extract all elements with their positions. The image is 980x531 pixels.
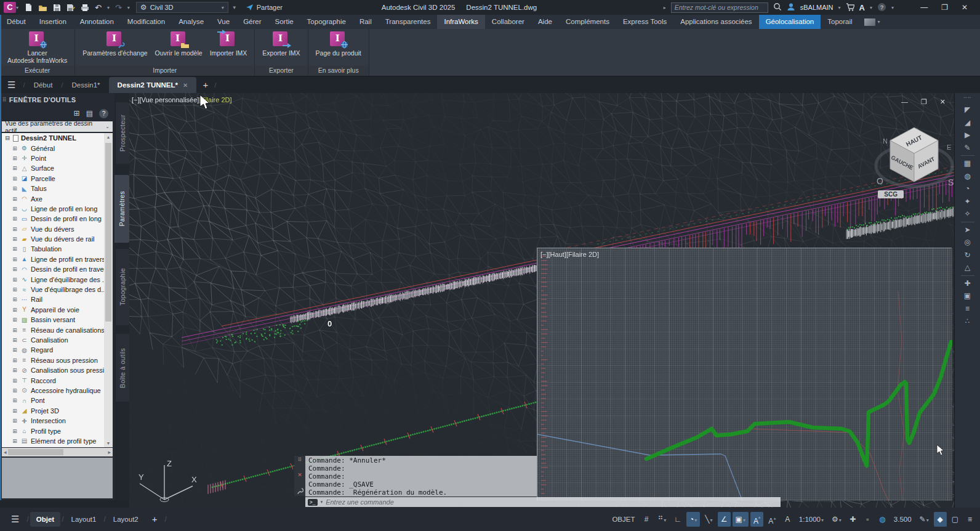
tree-item-ligne-d-quilibrage-des[interactable]: ⊞∿Ligne d'équilibrage des ... — [2, 274, 113, 284]
expand-icon[interactable]: ⊞ — [12, 165, 18, 171]
redo-icon[interactable]: ↷ — [115, 3, 122, 12]
palette-tab-param-tres[interactable]: Paramètres — [114, 175, 129, 243]
import-imx-button[interactable]: IImporter IMX — [207, 31, 250, 66]
command-prompt-icon[interactable]: >_ — [308, 499, 318, 506]
exchange-settings-button[interactable]: IParamètres d'échange — [80, 31, 150, 66]
tab-close-icon[interactable]: ✕ — [183, 82, 188, 89]
polar-tracking-icon[interactable]: ◔▾ — [686, 512, 700, 527]
expand-icon[interactable]: ⊞ — [12, 347, 18, 353]
tree-item-parcelle[interactable]: ⊞◪Parcelle — [2, 174, 113, 184]
drawing-tab-dessin2-tunnel[interactable]: Dessin2 TUNNEL*✕ — [109, 77, 197, 93]
new-layout-button[interactable]: + — [146, 512, 164, 527]
expand-icon[interactable]: ⊞ — [12, 155, 18, 161]
palette-tab-topographie[interactable]: Topographie — [116, 249, 129, 325]
dropdown-chevron-icon[interactable]: ▾ — [743, 517, 745, 523]
drawing-menu-icon[interactable]: ☰ — [0, 77, 23, 93]
side-toolbar-button[interactable]: ✧ — [960, 208, 975, 221]
side-toolbar-grip-icon[interactable]: ⠒⠒ — [963, 95, 971, 101]
app-logo[interactable]: C — [4, 2, 16, 13]
layout-tab-objet[interactable]: Objet — [30, 512, 60, 527]
dropdown-chevron-icon[interactable]: ▾ — [664, 517, 666, 523]
tree-item-dessin-de-profil-en-travers[interactable]: ⊞◠Dessin de profil en travers — [2, 264, 113, 274]
ribbon-tab-compl-ments[interactable]: Compléments — [559, 15, 616, 29]
viewcube-compass-e[interactable]: E — [947, 144, 951, 151]
tree-item-rail[interactable]: ⊞⋯Rail — [2, 294, 113, 304]
expand-icon[interactable]: ⊞ — [12, 256, 18, 262]
tree-item-bassin-versant[interactable]: ⊞▨Bassin versant — [2, 315, 113, 325]
app-menu-chevron-icon[interactable]: ▾ — [16, 5, 18, 10]
expand-icon[interactable]: ⊞ — [12, 277, 18, 283]
drawing-tab-d-but[interactable]: Début — [25, 77, 62, 93]
tree-horizontal-scrollbar[interactable]: ◂ ▸ — [2, 448, 113, 456]
ribbon-tab-topographie[interactable]: Topographie — [300, 15, 353, 29]
drawing-tab-dessin1[interactable]: Dessin1* — [63, 77, 109, 93]
palette-grip-icon[interactable]: ⠿ — [2, 97, 7, 103]
tree-item-ligne-de-profil-en-long[interactable]: ⊞◡Ligne de profil en long — [2, 204, 113, 214]
side-toolbar-button[interactable]: ◎ — [960, 236, 975, 249]
search-expand-icon[interactable]: ▸ — [664, 5, 666, 10]
side-toolbar-button[interactable]: ◢ — [960, 116, 975, 129]
tree-item-vue-du-d-vers-de-rail[interactable]: ⊞▰Vue du dévers de rail — [2, 234, 113, 244]
search-icon[interactable] — [773, 2, 782, 12]
appstore-chevron-icon[interactable]: ▾ — [870, 5, 872, 10]
expand-icon[interactable]: ⊞ — [12, 296, 18, 302]
command-input[interactable]: >_ ▾ Entrez une commande — [305, 497, 781, 507]
user-avatar-icon[interactable] — [787, 2, 795, 12]
profile-grid-canvas[interactable] — [537, 248, 952, 501]
expand-icon[interactable]: ⊞ — [12, 367, 18, 373]
model-viewport[interactable]: [−][Vue personnalisée][Filaire 2D] — ❐ ✕… — [129, 93, 954, 508]
export-imx-button[interactable]: IExporter IMX — [260, 31, 302, 66]
help-icon[interactable]: ? — [877, 2, 886, 13]
user-menu-chevron-icon[interactable]: ▾ — [838, 5, 841, 10]
command-window-handle[interactable]: ⠿ ✕ — [294, 456, 305, 496]
expand-icon[interactable]: ⊞ — [12, 327, 18, 333]
close-button[interactable]: ✕ — [962, 3, 968, 12]
expand-icon[interactable]: ⊞ — [12, 145, 18, 152]
tree-item-canalisation[interactable]: ⊞⊂Canalisation — [2, 335, 113, 345]
isolate-objects-icon[interactable]: ✎▾ — [917, 512, 932, 527]
side-toolbar-button[interactable]: ◍ — [960, 170, 975, 183]
side-toolbar-button[interactable]: ✦ — [960, 195, 975, 208]
palette-tab-prospecteur[interactable]: Prospecteur — [116, 102, 129, 164]
side-toolbar-button[interactable]: ◔ — [960, 182, 975, 195]
tree-item-raccord[interactable]: ⊞⊤Raccord — [2, 375, 113, 385]
side-toolbar-button[interactable]: ✎ — [960, 142, 975, 155]
settings-view-selector[interactable]: Vue des paramètres de dessin actif ⌄ — [2, 121, 113, 132]
command-wrench-icon[interactable] — [296, 487, 303, 495]
side-toolbar-button[interactable]: ➤ — [960, 224, 975, 237]
tree-item-regard[interactable]: ⊞◍Regard — [2, 345, 113, 355]
ribbon-tab-insertion[interactable]: Insertion — [33, 15, 73, 29]
annotation-scale-icon[interactable]: A — [781, 512, 794, 527]
scroll-right-icon[interactable]: ▸ — [108, 449, 111, 455]
expand-icon[interactable]: ⊞ — [12, 397, 18, 403]
expand-icon[interactable]: ⊞ — [12, 246, 18, 252]
ribbon-tab-collaborer[interactable]: Collaborer — [485, 15, 531, 29]
expand-icon[interactable]: ⊞ — [12, 438, 18, 444]
annotation-scale-value[interactable]: 1:1000▾ — [796, 512, 827, 527]
save-icon[interactable] — [53, 4, 61, 12]
profile-overlay-viewport[interactable]: [−][Haut][Filaire 2D] — [537, 248, 952, 500]
edit-drawing-settings-icon[interactable]: ▤ — [86, 109, 93, 118]
scroll-up-icon[interactable]: ▲ — [104, 133, 113, 141]
workspace-gear-icon[interactable]: ⚙▾ — [829, 512, 845, 527]
collapse-icon[interactable]: ⊟ — [4, 135, 10, 141]
dropdown-chevron-icon[interactable]: ▾ — [710, 517, 713, 523]
ribbon-display-options-button[interactable]: ▾ — [859, 15, 885, 29]
expand-icon[interactable]: ⊞ — [12, 206, 18, 212]
cart-icon[interactable] — [846, 3, 854, 12]
tree-item-ligne-de-profil-en-travers[interactable]: ⊞▲Ligne de profil en travers — [2, 254, 113, 264]
tree-item-intersection[interactable]: ⊞✚Intersection — [2, 416, 113, 426]
expand-icon[interactable]: ⊞ — [12, 266, 18, 272]
overlay-viewport-label[interactable]: [−][Haut][Filaire 2D] — [540, 251, 599, 258]
palette-tab-bo-te-outils[interactable]: Boîte à outils — [116, 334, 129, 402]
model-space-button[interactable]: OBJET — [609, 512, 638, 527]
expand-icon[interactable]: ⊞ — [12, 418, 18, 424]
side-toolbar-button[interactable]: ✚ — [960, 277, 975, 290]
command-history[interactable]: Commande: *Annuler*Commande:Commande:Com… — [305, 456, 537, 497]
product-page-button[interactable]: IPage du produit — [313, 31, 364, 66]
plot-icon[interactable] — [81, 4, 89, 12]
viewport-controls-label[interactable]: [−][Vue personnalisée][Filaire 2D] — [132, 96, 232, 103]
expand-icon[interactable]: ⊞ — [12, 408, 18, 414]
launch-infraworks-button[interactable]: ILancerAutodesk InfraWorks — [5, 31, 70, 66]
viewport-minimize-button[interactable]: — — [901, 98, 908, 106]
